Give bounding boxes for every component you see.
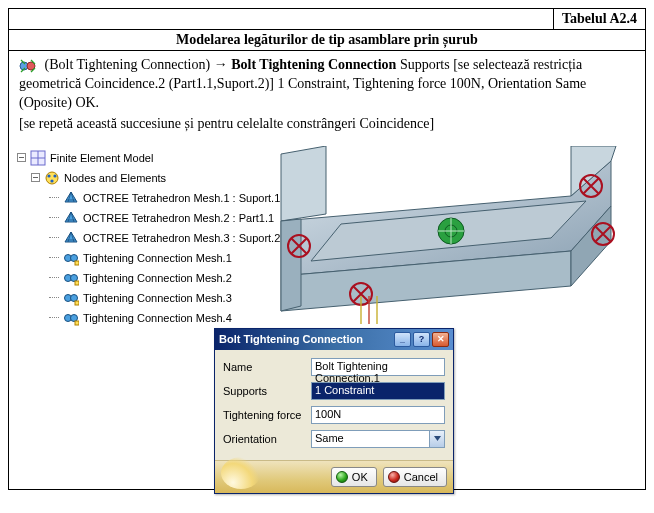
octree-mesh-icon xyxy=(63,230,79,246)
cancel-icon xyxy=(388,471,400,483)
dialog-footer: OK Cancel xyxy=(215,460,453,493)
svg-marker-25 xyxy=(281,146,326,221)
svg-marker-7 xyxy=(65,192,77,202)
dialog-titlebar[interactable]: Bolt Tightening Connection _ ? ✕ xyxy=(215,329,453,350)
ok-button[interactable]: OK xyxy=(331,467,377,487)
tree-item[interactable]: OCTREE Tetrahedron Mesh.1 : Suport.1 xyxy=(49,188,247,208)
tightening-force-field[interactable]: 100N xyxy=(311,406,445,424)
orientation-value: Same xyxy=(312,431,429,447)
svg-point-11 xyxy=(71,254,78,261)
orientation-select[interactable]: Same xyxy=(311,430,445,448)
tree-item[interactable]: Tightening Connection Mesh.2 xyxy=(49,268,247,288)
tree-item[interactable]: Tightening Connection Mesh.3 xyxy=(49,288,247,308)
name-field[interactable]: Bolt Tightening Connection.1 xyxy=(311,358,445,376)
svg-marker-8 xyxy=(65,212,77,222)
ok-icon xyxy=(336,471,348,483)
svg-point-14 xyxy=(71,274,78,281)
force-label: Tightening force xyxy=(223,409,305,421)
supports-field[interactable]: 1 Constraint xyxy=(311,382,445,400)
tree-nae-label: Nodes and Elements xyxy=(64,172,166,184)
fem-root-icon xyxy=(30,150,46,166)
svg-rect-21 xyxy=(75,321,79,325)
table-title: Modelarea legăturilor de tip asamblare p… xyxy=(9,30,645,51)
expand-icon[interactable]: – xyxy=(31,173,40,182)
nodes-elements-icon xyxy=(44,170,60,186)
svg-point-4 xyxy=(47,174,50,177)
tree-root[interactable]: – Finite Element Model xyxy=(17,148,247,168)
orientation-label: Orientation xyxy=(223,433,305,445)
instr-text-bold: Bolt Tightening Connection xyxy=(231,57,396,72)
arrow-icon: → xyxy=(214,56,228,72)
model-tree: – Finite Element Model – Nodes and Eleme… xyxy=(17,148,247,328)
tree-item[interactable]: OCTREE Tetrahedron Mesh.2 : Part1.1 xyxy=(49,208,247,228)
svg-marker-37 xyxy=(434,436,441,441)
tree-item[interactable]: Tightening Connection Mesh.4 xyxy=(49,308,247,328)
tree-item-label: Tightening Connection Mesh.3 xyxy=(83,292,232,304)
tightening-mesh-icon xyxy=(63,310,79,326)
svg-point-5 xyxy=(53,174,56,177)
dialog-body: Name Bolt Tightening Connection.1 Suppor… xyxy=(215,350,453,460)
tree-item-label: Tightening Connection Mesh.4 xyxy=(83,312,232,324)
svg-point-6 xyxy=(50,179,53,182)
svg-rect-18 xyxy=(75,301,79,305)
instruction-paragraph: (Bolt Tightening Connection) → Bolt Tigh… xyxy=(9,51,645,144)
expand-icon[interactable]: – xyxy=(17,153,26,162)
document-frame: Tabelul A2.4 Modelarea legăturilor de ti… xyxy=(8,8,646,490)
tree-root-label: Finite Element Model xyxy=(50,152,153,164)
close-button[interactable]: ✕ xyxy=(432,332,449,347)
tree-item[interactable]: OCTREE Tetrahedron Mesh.3 : Suport.2 xyxy=(49,228,247,248)
bolt-connection-tool-icon xyxy=(19,57,37,75)
instr-note: [se repetă această succesiune și pentru … xyxy=(19,115,635,134)
chevron-down-icon[interactable] xyxy=(429,431,444,447)
instr-text-a: (Bolt Tightening Connection) xyxy=(45,57,214,72)
supports-label: Supports xyxy=(223,385,305,397)
svg-marker-9 xyxy=(65,232,77,242)
assembly-3d-view xyxy=(241,146,641,326)
octree-mesh-icon xyxy=(63,190,79,206)
tightening-mesh-icon xyxy=(63,290,79,306)
tree-item-label: Tightening Connection Mesh.1 xyxy=(83,252,232,264)
name-label: Name xyxy=(223,361,305,373)
figure-area: – Finite Element Model – Nodes and Eleme… xyxy=(9,144,645,489)
cancel-button[interactable]: Cancel xyxy=(383,467,447,487)
minimize-button[interactable]: _ xyxy=(394,332,411,347)
tightening-mesh-icon xyxy=(63,250,79,266)
tightening-mesh-icon xyxy=(63,270,79,286)
svg-point-20 xyxy=(71,314,78,321)
svg-marker-26 xyxy=(281,219,301,311)
table-number: Tabelul A2.4 xyxy=(553,9,645,29)
tree-nodes-and-elements[interactable]: – Nodes and Elements xyxy=(31,168,247,188)
cancel-label: Cancel xyxy=(404,471,438,483)
table-header-row: Tabelul A2.4 xyxy=(9,9,645,30)
svg-rect-12 xyxy=(75,261,79,265)
help-button[interactable]: ? xyxy=(413,332,430,347)
ok-label: OK xyxy=(352,471,368,483)
bolt-tightening-dialog: Bolt Tightening Connection _ ? ✕ Name Bo… xyxy=(214,328,454,494)
tree-item[interactable]: Tightening Connection Mesh.1 xyxy=(49,248,247,268)
tree-item-label: Tightening Connection Mesh.2 xyxy=(83,272,232,284)
dialog-title: Bolt Tightening Connection xyxy=(219,333,392,345)
svg-point-17 xyxy=(71,294,78,301)
svg-rect-15 xyxy=(75,281,79,285)
octree-mesh-icon xyxy=(63,210,79,226)
